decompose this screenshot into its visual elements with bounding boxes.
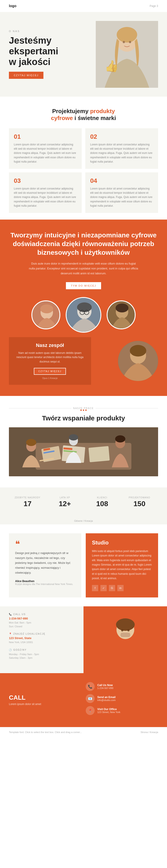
call-address-icon: 📍 (86, 706, 95, 715)
call-item-phone-title: Call Us Now (97, 684, 113, 687)
hero-section: O NAS Jesteśmy ekspertami w jakości CZYT… (0, 12, 167, 97)
card-number-2: 02 (90, 133, 153, 140)
svg-rect-25 (89, 446, 109, 462)
team-card-text: Nam ad nostri autem quas stet laborum de… (14, 351, 86, 364)
stat-years: LATA XP 12+ (46, 494, 84, 510)
svg-rect-39 (121, 632, 130, 637)
hero-label: O NAS (9, 30, 89, 32)
stat-clients-label: KLIENCI (86, 496, 119, 499)
call-item-email-title: Send an Email (97, 696, 115, 699)
value-prop-section: Tworzymy intuicyjne i niezapomniane cyfr… (0, 220, 167, 396)
testi-studio-row: ❝ Design jest jedną z najpiękniejszych s… (0, 524, 167, 607)
social-twitter[interactable]: ✓ (100, 585, 107, 591)
team-bottom-row: Nasz zespół Nam ad nostri autem quas ste… (9, 337, 158, 385)
team-count: Opus 1 Kreacje (14, 377, 86, 379)
feature-card-1: 01 Lorem ipsum dolor sit amet consectetu… (9, 128, 82, 169)
call-item-email-value: info@studio.com (97, 699, 115, 702)
call-item-phone: 📞 Call Us Now 1-234-567-890 (86, 682, 158, 691)
stats-section: ZDOBYTE NAGRODY 17 LATA XP 12+ KLIENCI 1… (0, 488, 167, 517)
card-number-3: 03 (14, 177, 77, 184)
call-main-label: CALL (9, 694, 81, 701)
stat-projects: PROJEKTOWANO 150 (121, 494, 158, 510)
card-text-2: Lorem ipsum dolor sit amet consectetur a… (90, 143, 153, 164)
svg-point-8 (40, 304, 53, 313)
stat-years-label: LATA XP (48, 496, 81, 499)
team-circle-1 (31, 300, 60, 329)
team-circle-large (118, 341, 158, 381)
call-item-address-value: 123 Street, New York (97, 711, 120, 713)
contact-hours-label: 🕐 GODZINY (9, 649, 75, 651)
contact-call-block: 📞 CALL US 1-234-567-890 Mon-Sat: 8am - 5… (9, 613, 75, 628)
call-section: CALL Lorem ipsum dolor sit amet 📞 Call U… (0, 673, 167, 727)
hero-cta-button[interactable]: CZYTAJ WIĘCEJ (9, 72, 43, 79)
phone-icon: 📞 (9, 613, 12, 616)
call-item-phone-value: 1-234-567-890 (97, 687, 113, 689)
value-cta-button[interactable]: TYM DO WIĘCEJ (66, 282, 101, 289)
team-circle-3 (107, 300, 136, 329)
contact-call-label: 📞 CALL US (9, 613, 75, 616)
works-footer-link: Główne / Kreacja (0, 517, 167, 524)
social-linkedin[interactable]: in (118, 585, 124, 591)
feature-card-2: 02 Lorem ipsum dolor sit amet consectetu… (85, 128, 158, 169)
contact-call-sub: Mon-Sat: 8am - 5pm Sun: Closed (9, 621, 75, 628)
contact-location-value: 123 Street, State (9, 637, 75, 640)
svg-point-33 (69, 434, 78, 440)
feature-card-4: 04 Lorem ipsum dolor sit amet consectetu… (85, 172, 158, 213)
value-text: Duis aute irure dolor in reprehenderit i… (28, 261, 139, 276)
testimonial-card: ❝ Design jest jedną z najpiękniejszych s… (9, 533, 81, 598)
stat-projects-label: PROJEKTOWANO (123, 496, 156, 499)
contact-location-label: 📍 ZNAJDŹ LOKALIZACJĘ (9, 632, 75, 635)
team-circles-row (9, 300, 158, 333)
works-title: Twórz wspaniałe produkty (9, 414, 158, 422)
stat-awards-num: 17 (11, 500, 44, 508)
contact-section: 📞 CALL US 1-234-567-890 Mon-Sat: 8am - 5… (0, 606, 167, 673)
call-email-icon: 📧 (86, 694, 95, 703)
stat-awards-label: ZDOBYTE NAGRODY (11, 496, 44, 499)
svg-point-4 (129, 41, 131, 43)
team-card: Nasz zespół Nam ad nostri autem quas ste… (9, 337, 91, 385)
card-text-1: Lorem ipsum dolor sit amet consectetur a… (14, 143, 77, 164)
stat-awards: ZDOBYTE NAGRODY 17 (9, 494, 46, 510)
social-google[interactable]: G (109, 585, 115, 591)
call-item-email: 📧 Send an Email info@studio.com (86, 694, 158, 703)
call-text-block: CALL Lorem ipsum dolor sit amet (9, 694, 81, 706)
card-number-1: 01 (14, 133, 77, 140)
contact-hours-block: 🕐 GODZINY Monday - Friday 9am - 5pm Satu… (9, 649, 75, 660)
feature-card-3: 03 Lorem ipsum dolor sit amet consectetu… (9, 172, 82, 213)
studio-title: Studio (92, 539, 152, 546)
divider (9, 409, 158, 411)
call-items-list: 📞 Call Us Now 1-234-567-890 📧 Send an Em… (86, 682, 158, 718)
stat-clients-num: 108 (86, 500, 119, 508)
features-grid: 01 Lorem ipsum dolor sit amet consectetu… (9, 128, 158, 213)
contact-location-block: 📍 ZNAJDŹ LOKALIZACJĘ 123 Street, State N… (9, 632, 75, 644)
contact-details: 📞 CALL US 1-234-567-890 Mon-Sat: 8am - 5… (0, 606, 84, 673)
contact-hours-sub: Monday - Friday 9am - 5pm Saturday 10am … (9, 652, 75, 660)
hero-title: Jesteśmy ekspertami w jakości (9, 35, 89, 67)
hero-text: O NAS Jesteśmy ekspertami w jakości CZYT… (9, 30, 96, 79)
stat-projects-num: 150 (123, 500, 156, 508)
call-item-address-title: Visit Our Office (97, 708, 120, 711)
social-facebook[interactable]: f (92, 585, 98, 591)
header: logo Page 3 (0, 0, 167, 12)
svg-text:👍: 👍 (105, 59, 119, 73)
contact-location-sub: New York, USA 10001 (9, 641, 75, 644)
social-icons-row: f ✓ G in (92, 585, 152, 591)
svg-point-38 (116, 618, 135, 631)
page-number: Page 3 (149, 4, 158, 7)
studio-card: Studio Mihi iusto id aliquid fortius pos… (86, 533, 158, 598)
team-cta-button[interactable]: CZYTAJ WIĘCEJ (34, 368, 66, 375)
call-item-address: 📍 Visit Our Office 123 Street, New York (86, 706, 158, 715)
clock-icon: 🕐 (9, 649, 12, 651)
footer: Template font: Click to select the text … (0, 727, 167, 737)
works-section: NASZE PRACE Twórz wspaniałe produkty (0, 396, 167, 488)
testimonial-author: Alice Beauthen (15, 580, 75, 583)
svg-point-20 (130, 345, 146, 356)
products-section: Projektujemy produktycyfrowe i świetne m… (0, 97, 167, 220)
svg-point-40 (121, 629, 123, 631)
works-image (9, 427, 158, 476)
stat-years-num: 12+ (48, 500, 81, 508)
testimonial-role: Krytyk designu dla The International New… (15, 583, 75, 585)
studio-text: Mihi iusto id aliquid fortius posit ideb… (92, 549, 152, 581)
card-text-3: Lorem ipsum dolor sit amet consectetur a… (14, 187, 77, 208)
svg-point-17 (115, 304, 129, 312)
